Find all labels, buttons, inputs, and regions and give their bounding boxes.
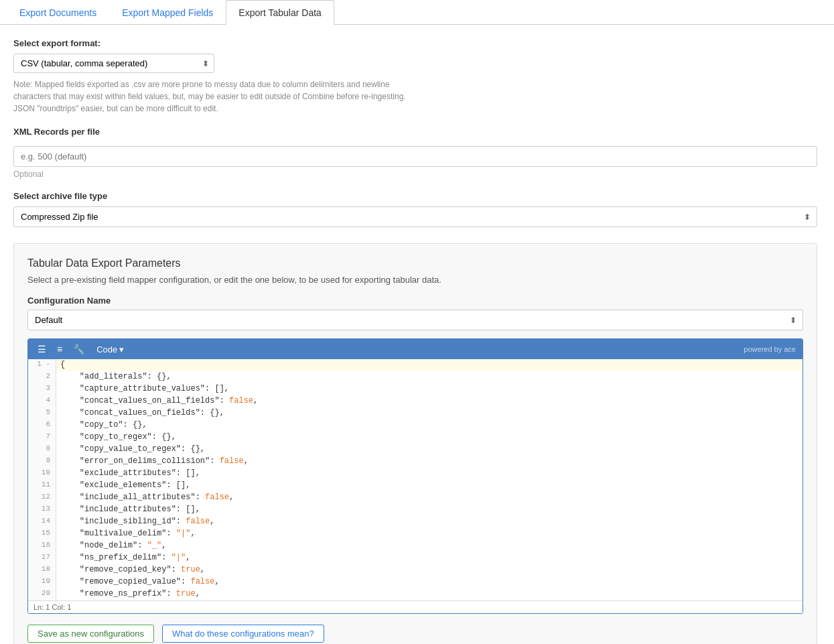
code-line-14: 14 "include_sibling_id": false, [28,516,803,528]
code-line-7: 7 "copy_to_regex": {}, [28,432,803,444]
code-line-8: 8 "copy_value_to_regex": {}, [28,444,803,456]
line-content-13: "include_attributes": [], [56,504,204,516]
code-toolbar: ☰ ≡ 🔧 Code ▾ powered by ace [28,339,803,359]
code-line-17: 17 "ns_prefix_delim": "|", [28,552,803,564]
code-button-label: Code [96,344,117,355]
export-format-note: Note: Mapped fields exported as .csv are… [13,78,429,115]
line-num-7: 7 [28,432,56,444]
line-content-14: "include_sibling_id": false, [56,516,218,528]
line-num-14: 14 [28,516,56,528]
code-dropdown-arrow-icon: ▾ [119,344,124,355]
code-status-bar: Ln: 1 Col: 1 [28,600,803,613]
wrench-icon[interactable]: 🔧 [70,342,87,356]
line-num-11: 11 [28,480,56,492]
code-line-16: 16 "node_delim": "_", [28,540,803,552]
config-name-label: Configuration Name [27,296,803,306]
line-num-18: 18 [28,564,56,576]
line-content-16: "node_delim": "_", [56,540,170,552]
main-content: Select export format: CSV (tabular, comm… [0,25,834,644]
line-content-12: "include_all_attributes": false, [56,492,238,504]
tab-export-tabular-data[interactable]: Export Tabular Data [226,0,334,25]
archive-label: Select archive file type [13,191,821,201]
help-button[interactable]: What do these configurations mean? [162,625,324,643]
code-line-2: 2 "add_literals": {}, [28,371,803,383]
tab-export-mapped-fields[interactable]: Export Mapped Fields [109,0,226,25]
line-num-10: 10 [28,468,56,480]
export-format-wrapper: CSV (tabular, comma seperated) JSON ⬍ [13,54,214,73]
list-icon[interactable]: ☰ [35,342,49,356]
line-num-16: 16 [28,540,56,552]
line-content-17: "ns_prefix_delim": "|", [56,552,194,564]
line-num-19: 19 [28,576,56,588]
line-content-7: "copy_to_regex": {}, [56,432,180,444]
line-content-1: { [56,359,69,371]
export-format-select[interactable]: CSV (tabular, comma seperated) JSON [13,54,214,73]
code-line-10: 10 "exclude_attributes": [], [28,468,803,480]
code-line-18: 18 "remove_copied_key": true, [28,564,803,576]
line-content-9: "error_on_delims_collision": false, [56,456,253,468]
line-num-12: 12 [28,492,56,504]
line-num-20: 20 [28,588,56,600]
line-num-17: 17 [28,552,56,564]
line-content-18: "remove_copied_key": true, [56,564,209,576]
line-content-15: "multivalue_delim": "|", [56,528,200,540]
line-content-2: "add_literals": {}, [56,371,176,383]
tabs-bar: Export Documents Export Mapped Fields Ex… [0,0,834,25]
code-line-15: 15 "multivalue_delim": "|", [28,528,803,540]
params-desc: Select a pre-existing field mapper confi… [27,275,803,285]
archive-section: Select archive file type Compressed Zip … [13,191,821,227]
list2-icon[interactable]: ≡ [54,342,65,356]
params-title: Tabular Data Export Parameters [27,257,803,269]
code-line-6: 6 "copy_to": {}, [28,420,803,432]
powered-by-label: powered by ace [744,345,796,353]
export-format-label: Select export format: [13,38,821,48]
archive-select[interactable]: Compressed Zip file Tar file [13,206,817,227]
line-content-20: "remove_ns_prefix": true, [56,588,204,600]
line-content-6: "copy_to": {}, [56,420,151,432]
line-content-8: "copy_value_to_regex": {}, [56,444,209,456]
line-num-6: 6 [28,420,56,432]
code-line-11: 11 "exclude_elements": [], [28,480,803,492]
code-editor: ☰ ≡ 🔧 Code ▾ powered by ace 1 - { 2 "add… [27,338,803,614]
line-num-1: 1 - [28,359,56,371]
line-num-15: 15 [28,528,56,540]
line-num-13: 13 [28,504,56,516]
code-line-13: 13 "include_attributes": [], [28,504,803,516]
bottom-buttons: Save as new configurations What do these… [27,625,803,643]
tab-export-documents[interactable]: Export Documents [7,0,109,25]
line-content-10: "exclude_attributes": [], [56,468,204,480]
line-num-2: 2 [28,371,56,383]
xml-records-section: XML Records per file Optional [13,127,821,179]
line-content-3: "capture_attribute_values": [], [56,383,233,395]
line-content-19: "remove_copied_value": false, [56,576,224,588]
xml-records-label: XML Records per file [13,127,821,137]
code-line-3: 3 "capture_attribute_values": [], [28,383,803,395]
line-num-5: 5 [28,407,56,420]
line-num-8: 8 [28,444,56,456]
line-num-4: 4 [28,395,56,407]
code-line-5: 5 "concat_values_on_fields": {}, [28,407,803,420]
params-box: Tabular Data Export Parameters Select a … [13,243,817,644]
xml-optional-label: Optional [13,170,821,179]
code-line-4: 4 "concat_values_on_all_fields": false, [28,395,803,407]
code-line-1: 1 - { [28,359,803,371]
archive-select-wrapper: Compressed Zip file Tar file ⬍ [13,206,817,227]
xml-records-input[interactable] [13,146,817,167]
code-button[interactable]: Code ▾ [92,343,128,356]
code-line-19: 19 "remove_copied_value": false, [28,576,803,588]
config-select-wrapper: Default Custom ⬍ [27,310,803,330]
code-line-20: 20 "remove_ns_prefix": true, [28,588,803,600]
line-content-5: "concat_values_on_fields": {}, [56,407,228,420]
line-num-9: 9 [28,456,56,468]
save-button[interactable]: Save as new configurations [27,625,154,643]
config-select[interactable]: Default Custom [27,310,803,330]
line-content-4: "concat_values_on_all_fields": false, [56,395,262,407]
code-line-9: 9 "error_on_delims_collision": false, [28,456,803,468]
line-num-3: 3 [28,383,56,395]
code-line-12: 12 "include_all_attributes": false, [28,492,803,504]
line-content-11: "exclude_elements": [], [56,480,194,492]
code-body[interactable]: 1 - { 2 "add_literals": {}, 3 "capture_a… [28,359,803,600]
